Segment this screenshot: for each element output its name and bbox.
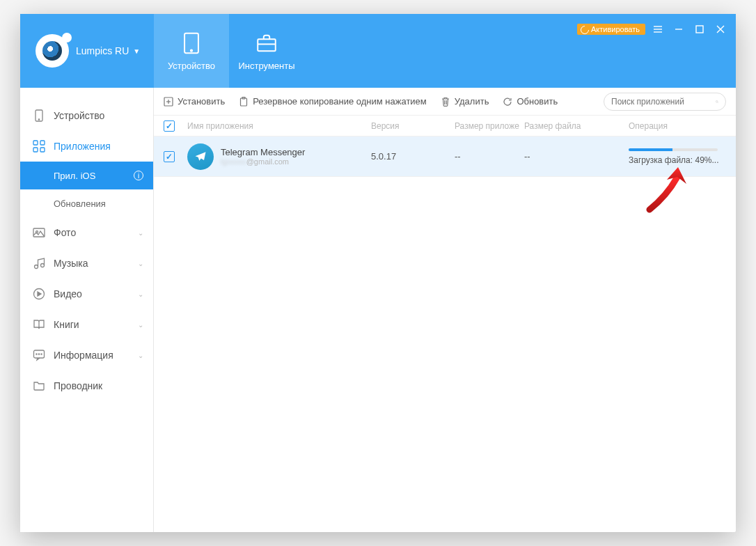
svg-line-34 xyxy=(718,102,718,102)
sidebar-item-label: Музыка xyxy=(54,258,88,269)
sidebar-item-label: Видео xyxy=(54,288,82,299)
tab-device[interactable]: Устройство xyxy=(154,14,229,88)
chevron-down-icon: ⌄ xyxy=(138,229,143,237)
col-operation[interactable]: Операция xyxy=(629,121,736,131)
close-button[interactable] xyxy=(712,22,729,36)
sidebar-item-label: Книги xyxy=(54,319,79,330)
svg-point-12 xyxy=(38,119,39,120)
tool-label: Удалить xyxy=(455,96,489,107)
cell-operation: Загрузка файла: 49%... xyxy=(629,148,736,165)
svg-rect-2 xyxy=(258,39,276,51)
sidebar-item-label: Информация xyxy=(54,350,113,361)
sidebar-sub-apps-ios[interactable]: Прил. iOS i xyxy=(20,162,153,189)
maximize-icon xyxy=(695,24,704,34)
cell-filesize: -- xyxy=(524,151,629,162)
minimize-button[interactable] xyxy=(670,22,687,36)
app-logo xyxy=(36,34,69,68)
sidebar-item-info[interactable]: Информация ⌄ xyxy=(20,340,153,370)
sidebar-sub-updates[interactable]: Обновления xyxy=(20,189,153,217)
chevron-down-icon: ⌄ xyxy=(138,260,143,267)
col-name[interactable]: Имя приложения xyxy=(187,121,371,131)
svg-rect-13 xyxy=(33,141,38,145)
svg-point-19 xyxy=(35,265,38,269)
tool-install[interactable]: Установить xyxy=(164,96,225,107)
check-all[interactable] xyxy=(164,120,175,132)
svg-point-23 xyxy=(36,354,37,354)
sidebar-item-apps[interactable]: Приложения xyxy=(20,131,153,162)
svg-rect-14 xyxy=(40,141,45,145)
cell-version: 5.0.17 xyxy=(371,151,455,162)
app-name: Telegram Messenger xyxy=(221,147,305,157)
sidebar-item-photo[interactable]: Фото ⌄ xyxy=(20,217,153,248)
plus-square-icon xyxy=(164,97,173,107)
sidebar-item-books[interactable]: Книги ⌄ xyxy=(20,309,153,340)
sidebar-sub-label: Прил. iOS xyxy=(54,171,95,181)
svg-point-20 xyxy=(41,264,45,267)
info-icon[interactable]: i xyxy=(134,171,143,180)
activate-button[interactable]: Активировать xyxy=(577,24,645,35)
sidebar-item-music[interactable]: Музыка ⌄ xyxy=(20,248,153,279)
col-version[interactable]: Версия xyxy=(371,121,455,131)
maximize-button[interactable] xyxy=(691,22,708,36)
search-icon xyxy=(716,97,718,107)
svg-rect-15 xyxy=(33,148,38,152)
svg-point-33 xyxy=(716,100,718,102)
sidebar-item-label: Фото xyxy=(54,227,76,238)
toolbox-icon xyxy=(255,31,278,55)
tool-refresh[interactable]: Обновить xyxy=(503,96,558,107)
window-controls: Активировать xyxy=(577,22,729,36)
operation-text: Загрузка файла: 49%... xyxy=(629,155,718,165)
tab-tools-label: Инструменты xyxy=(238,61,294,71)
hamburger-icon xyxy=(653,24,663,34)
app-subtitle: tgxxxxx@gmail.com xyxy=(221,157,305,166)
video-icon xyxy=(33,288,45,300)
tool-delete[interactable]: Удалить xyxy=(441,96,489,107)
music-icon xyxy=(33,257,45,270)
chevron-down-icon: ⌄ xyxy=(138,321,143,329)
table-row[interactable]: Telegram Messenger tgxxxxx@gmail.com 5.0… xyxy=(154,136,736,177)
tool-backup[interactable]: Резервное копирование одним нажатием xyxy=(239,96,427,107)
sidebar-item-label: Устройство xyxy=(54,110,104,121)
photo-icon xyxy=(33,226,45,239)
svg-point-25 xyxy=(41,354,42,354)
sidebar-item-video[interactable]: Видео ⌄ xyxy=(20,279,153,309)
toolbar: Установить Резервное копирование одним н… xyxy=(154,88,736,116)
svg-point-1 xyxy=(191,49,192,51)
tab-device-label: Устройство xyxy=(168,61,215,71)
trash-icon xyxy=(441,97,450,107)
device-icon xyxy=(33,109,45,122)
body: Устройство Приложения Прил. iOS i Обновл… xyxy=(20,88,736,532)
menu-button[interactable] xyxy=(649,22,666,36)
sidebar: Устройство Приложения Прил. iOS i Обновл… xyxy=(20,88,154,532)
sidebar-item-label: Проводник xyxy=(54,380,102,391)
sidebar-item-device[interactable]: Устройство xyxy=(20,100,153,131)
col-appsize[interactable]: Размер приложе xyxy=(455,121,524,131)
sidebar-item-label: Приложения xyxy=(54,141,111,152)
cell-appsize: -- xyxy=(455,151,524,162)
col-filesize[interactable]: Размер файла xyxy=(524,121,629,131)
svg-rect-8 xyxy=(696,26,703,33)
header-bar: Lumpics RU ▼ Устройство Инструменты Акти… xyxy=(20,14,736,88)
folder-icon xyxy=(33,380,45,392)
tab-tools[interactable]: Инструменты xyxy=(229,14,304,88)
search-box[interactable] xyxy=(604,93,726,111)
sidebar-item-finder[interactable]: Проводник xyxy=(20,370,153,401)
chevron-down-icon: ⌄ xyxy=(138,290,143,298)
info-bubble-icon xyxy=(33,349,45,361)
chevron-down-icon: ⌄ xyxy=(138,352,143,359)
search-input[interactable] xyxy=(611,97,716,107)
sidebar-sub-label: Обновления xyxy=(54,198,106,209)
svg-rect-29 xyxy=(241,98,247,106)
table-header: Имя приложения Версия Размер приложе Раз… xyxy=(154,116,736,136)
svg-rect-16 xyxy=(40,148,45,152)
brand-name: Lumpics RU xyxy=(76,45,129,56)
refresh-icon xyxy=(503,97,512,107)
tool-label: Резервное копирование одним нажатием xyxy=(253,96,427,107)
main-panel: Установить Резервное копирование одним н… xyxy=(154,88,736,532)
row-checkbox[interactable] xyxy=(164,151,175,162)
telegram-icon xyxy=(187,143,214,170)
minimize-icon xyxy=(674,24,684,34)
tool-label: Обновить xyxy=(517,96,558,107)
brand-menu[interactable]: Lumpics RU ▼ xyxy=(20,14,154,88)
close-icon xyxy=(716,24,725,34)
